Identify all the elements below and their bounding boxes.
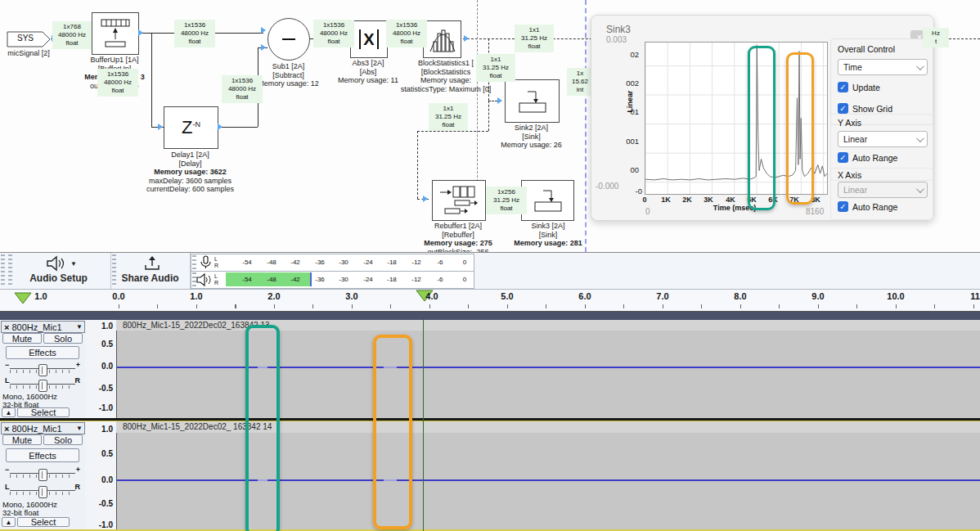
pan-slider-thumb[interactable]	[38, 380, 47, 392]
scope-y-max: 0.003	[606, 35, 627, 44]
wire-dashed	[417, 131, 418, 199]
timeline-pin-icon	[14, 292, 32, 304]
effects-button[interactable]: Effects	[6, 448, 79, 462]
toolbar-grip[interactable]	[1, 254, 5, 287]
update-checkbox[interactable]: ✓Update	[838, 82, 880, 92]
track-name: 800Hz_Mic1	[11, 322, 61, 332]
bufferup-icon	[99, 16, 132, 51]
y-tick: 002	[614, 79, 639, 88]
time-dropdown[interactable]: Time	[838, 59, 928, 75]
ruler-label: 4.0	[425, 291, 438, 301]
track-menu-arrow-icon[interactable]: ▼	[76, 323, 83, 331]
port-arrow-icon	[261, 27, 266, 34]
mute-button[interactable]: Mute	[2, 434, 42, 445]
gain-slider[interactable]: − +	[3, 466, 82, 481]
block-rebuffer1[interactable]	[432, 180, 486, 221]
x-auto-range-checkbox[interactable]: ✓Auto Range	[838, 201, 897, 212]
pan-slider[interactable]: L R	[3, 484, 82, 498]
y-auto-range-checkbox[interactable]: ✓Auto Range	[838, 152, 897, 163]
signal-label: 1x1 31.25 Hz float	[476, 54, 515, 82]
playback-meter[interactable]: LR -54 -48 -42 -36 -30 -24 -18 -12 -6 0	[191, 271, 474, 289]
sys-title: SYS	[7, 34, 44, 43]
solo-button[interactable]: Solo	[43, 333, 83, 344]
x-tick: 0	[642, 196, 646, 204]
channel-labels: LR	[214, 273, 218, 286]
ruler-label: 1.0	[190, 291, 202, 301]
share-audio-toolbar[interactable]: Share Audio	[110, 253, 191, 289]
gain-slider[interactable]: − +	[3, 362, 82, 376]
block-sys[interactable]: SYS	[7, 31, 51, 47]
highlight-orange-tracks	[373, 335, 412, 529]
port-arrow-icon	[158, 124, 163, 130]
track-1-title-bar[interactable]: × 800Hz_Mic1 ▼	[1, 321, 85, 333]
y-tick: 00	[614, 165, 639, 174]
gain-slider-thumb[interactable]	[38, 469, 47, 481]
block-delay1[interactable]: Z-N	[164, 106, 218, 149]
signal-label: 1x1 31.25 Hz float	[515, 25, 554, 52]
pan-slider[interactable]: L R	[3, 377, 82, 392]
close-icon[interactable]: ×	[4, 424, 9, 434]
port-arrow-icon	[218, 124, 223, 130]
effects-button[interactable]: Effects	[6, 346, 79, 359]
abs-icon: X	[359, 29, 378, 49]
signal-label: 1x1536 48000 Hz float	[313, 20, 354, 47]
checkbox-checked-icon: ✓	[838, 103, 848, 114]
ruler-label: 3.0	[345, 291, 357, 301]
time-dropdown-value: Time	[843, 62, 862, 72]
track-1-vertical-ruler[interactable]: 1.0 0.5 0.0 -0.5 -1.0	[85, 320, 117, 418]
signal-label: Hz t	[923, 28, 949, 47]
delay-symbol: Z-N	[182, 117, 200, 138]
ruler-label: 8.0	[734, 291, 746, 301]
signal-label: 1x1536 48000 Hz float	[97, 69, 138, 97]
block-sink3[interactable]	[521, 180, 574, 221]
audio-setup-toolbar[interactable]: ▼ Audio Setup	[7, 253, 111, 289]
chevron-down-icon	[916, 134, 924, 142]
checkbox-checked-icon: ✓	[838, 152, 848, 163]
select-button[interactable]: Select	[17, 407, 70, 417]
show-grid-checkbox[interactable]: ✓Show Grid	[838, 103, 892, 114]
frame-boundary-purple	[585, 0, 587, 252]
signal-label: 1x256 31.25 Hz float	[486, 187, 527, 214]
ruler-label: 1.0	[34, 291, 47, 301]
block-sub1[interactable]	[267, 18, 310, 61]
mute-button[interactable]: Mute	[2, 333, 42, 344]
playhead-cursor	[423, 320, 424, 531]
playback-meter-scale: -54 -48 -42 -36 -30 -24 -18 -12 -6 0	[224, 272, 472, 288]
block-blockstatistics1[interactable]	[423, 20, 461, 58]
speaker-icon	[196, 272, 213, 290]
collapse-button[interactable]: ▲	[2, 407, 16, 417]
x-scale-dropdown[interactable]: Linear	[838, 182, 928, 198]
y-tick: 01	[614, 107, 639, 116]
block-sink2[interactable]	[505, 79, 560, 123]
track-menu-arrow-icon[interactable]: ▼	[76, 425, 83, 432]
select-button[interactable]: Select	[17, 517, 70, 527]
signal-label: 1x1536 48000 Hz float	[222, 75, 263, 103]
close-icon[interactable]: ×	[4, 322, 9, 332]
signal-label: 1x 15.62 int	[567, 68, 593, 96]
checkbox-checked-icon: ✓	[838, 201, 848, 212]
port-arrow-icon	[138, 29, 143, 36]
toolbar-grip[interactable]	[192, 255, 196, 269]
chevron-down-icon	[916, 185, 924, 193]
x-tick: 1K	[661, 196, 671, 204]
collapse-button[interactable]: ▲	[2, 517, 16, 527]
ruler-label: 11	[970, 291, 980, 301]
pan-slider-thumb[interactable]	[38, 486, 47, 498]
record-meter[interactable]: LR -54 -48 -42 -36 -30 -24 -18 -12 -6 0	[191, 254, 474, 272]
port-arrow-icon	[497, 97, 502, 104]
y-scale-dropdown[interactable]: Linear	[838, 131, 928, 147]
highlight-orange-scope	[786, 52, 814, 205]
x-tick: 3K	[704, 196, 713, 204]
group-title: X Axis	[838, 170, 861, 180]
dropdown-arrow-icon: ▼	[70, 260, 77, 268]
solo-button[interactable]: Solo	[43, 434, 83, 445]
block-abs3[interactable]: X	[350, 20, 388, 58]
track-2-title-bar[interactable]: × 800Hz_Mic1 ▼	[1, 422, 85, 434]
track-2-vertical-ruler[interactable]: 1.0 0.5 0.0 -0.5 -1.0	[85, 421, 117, 529]
sink-icon	[527, 184, 569, 217]
rebuffer-icon	[437, 184, 481, 217]
gain-slider-thumb[interactable]	[38, 364, 47, 376]
timeline-ruler[interactable]: 1.0 0.0 1.0 2.0 3.0 4.0 5.0 6.0 7.0 8.0 …	[0, 289, 980, 313]
block-bufferup1[interactable]	[92, 12, 139, 55]
track-format-line2: 32-bit float	[2, 508, 38, 517]
